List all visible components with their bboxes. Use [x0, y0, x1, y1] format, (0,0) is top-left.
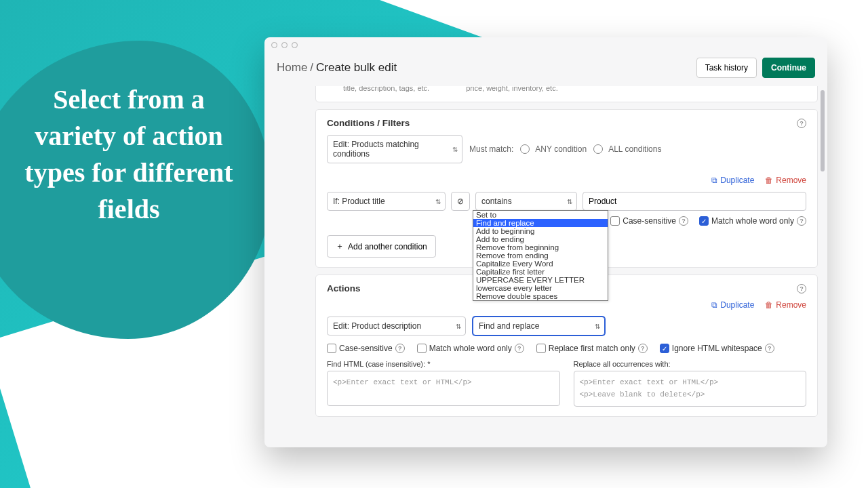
condition-field-select[interactable]: If: Product title⇅	[327, 192, 446, 211]
action-field-select[interactable]: Edit: Product description⇅	[327, 317, 466, 336]
help-icon[interactable]: ?	[395, 344, 405, 353]
radio-icon	[593, 144, 603, 154]
checkbox-icon: ✓	[660, 344, 669, 353]
whole-word-checkbox[interactable]: ✓ Match whole word only ?	[699, 216, 806, 226]
help-icon[interactable]: ?	[638, 344, 648, 353]
dropdown-option[interactable]: Add to beginning	[473, 227, 608, 235]
checkbox-icon	[610, 216, 620, 226]
duplicate-icon: ⧉	[711, 176, 717, 185]
traffic-min-icon[interactable]	[281, 42, 288, 48]
continue-button[interactable]: Continue	[762, 58, 815, 78]
type-option-variant[interactable]: Product variant price, weight, inventory…	[450, 86, 558, 92]
action-duplicate-button[interactable]: ⧉Duplicate	[711, 300, 754, 310]
chevron-icon: ⇅	[567, 198, 572, 205]
find-textarea[interactable]: <p>Enter exact text or HTML</p>	[327, 371, 560, 406]
any-condition-radio[interactable]: ANY condition	[520, 144, 587, 154]
checkbox-icon	[417, 344, 427, 353]
breadcrumb-home[interactable]: Home	[277, 61, 307, 74]
add-condition-button[interactable]: ＋ Add another condition	[327, 235, 436, 258]
chevron-icon: ⇅	[595, 323, 600, 330]
trash-icon: 🗑	[765, 176, 773, 185]
duplicate-icon: ⧉	[711, 300, 717, 310]
type-product-desc: title, description, tags, etc.	[343, 86, 429, 92]
dropdown-option[interactable]: Capitalize Every Word	[473, 260, 608, 268]
replace-label: Replace all occurrences with:	[574, 360, 807, 368]
action-case-sensitive-checkbox[interactable]: Case-sensitive ?	[327, 344, 405, 353]
replace-first-checkbox[interactable]: Replace first match only ?	[536, 344, 648, 353]
traffic-close-icon[interactable]	[271, 42, 277, 48]
prohibit-icon: ⊘	[457, 197, 464, 206]
window-titlebar	[264, 37, 827, 52]
case-sensitive-checkbox[interactable]: Case-sensitive ?	[610, 216, 688, 226]
dropdown-option[interactable]: Remove from beginning	[473, 243, 608, 251]
dropdown-option[interactable]: Capitalize first letter	[473, 268, 608, 276]
action-remove-button[interactable]: 🗑Remove	[765, 300, 806, 310]
plus-icon: ＋	[336, 241, 344, 252]
action-type-select[interactable]: Find and replace⇅	[473, 317, 605, 336]
action-type-dropdown[interactable]: Set toFind and replaceAdd to beginningAd…	[473, 210, 608, 302]
traffic-max-icon[interactable]	[292, 42, 298, 48]
all-conditions-radio[interactable]: ALL conditions	[593, 144, 661, 154]
condition-duplicate-button[interactable]: ⧉Duplicate	[711, 176, 754, 185]
page-header: Home/Create bulk edit Task history Conti…	[264, 52, 827, 86]
edit-scope-select[interactable]: Edit: Products matching conditions⇅	[327, 135, 462, 163]
radio-icon	[520, 144, 530, 154]
dropdown-option[interactable]: UPPERCASE EVERY LETTER	[473, 276, 608, 284]
condition-operator-select[interactable]: contains⇅	[475, 192, 577, 211]
chevron-icon: ⇅	[456, 323, 461, 330]
dropdown-option[interactable]: Add to ending	[473, 235, 608, 243]
type-panel: Product title, description, tags, etc. P…	[315, 86, 818, 102]
help-icon[interactable]: ?	[797, 119, 806, 128]
marketing-headline: Select from a variety of action types fo…	[20, 81, 237, 228]
help-icon[interactable]: ?	[797, 216, 806, 226]
breadcrumb-current: Create bulk edit	[316, 61, 397, 74]
dropdown-option[interactable]: Set to	[473, 211, 608, 219]
conditions-title: Conditions / Filters	[327, 118, 410, 128]
type-variant-desc: price, weight, inventory, etc.	[466, 86, 558, 92]
replace-textarea[interactable]: <p>Enter exact text or HTML</p> <p>Leave…	[574, 371, 807, 407]
help-icon[interactable]: ?	[679, 216, 688, 226]
dropdown-option[interactable]: Remove double spaces	[473, 292, 608, 300]
scrollbar[interactable]	[821, 90, 825, 171]
checkbox-icon: ✓	[699, 216, 709, 226]
app-window: Home/Create bulk edit Task history Conti…	[264, 37, 827, 447]
condition-value-input[interactable]	[583, 192, 806, 211]
chevron-icon: ⇅	[452, 146, 458, 153]
checkbox-icon	[536, 344, 546, 353]
help-icon[interactable]: ?	[797, 284, 806, 293]
breadcrumb: Home/Create bulk edit	[277, 61, 397, 75]
dropdown-option[interactable]: Remove from ending	[473, 251, 608, 260]
type-option-product[interactable]: Product title, description, tags, etc.	[327, 86, 429, 92]
condition-remove-button[interactable]: 🗑Remove	[765, 176, 806, 185]
must-match-label: Must match:	[469, 144, 513, 154]
chevron-icon: ⇅	[435, 198, 441, 205]
actions-panel: Actions ? ⧉Duplicate 🗑Remove Edit: Produ…	[315, 274, 818, 417]
checkbox-icon	[327, 344, 336, 353]
ignore-html-checkbox[interactable]: ✓ Ignore HTML whitespace ?	[660, 344, 774, 353]
find-label: Find HTML (case insensitive): *	[327, 360, 560, 368]
help-icon[interactable]: ?	[765, 344, 774, 353]
dropdown-option[interactable]: Find and replace	[473, 219, 608, 227]
actions-title: Actions	[327, 283, 361, 293]
help-icon[interactable]: ?	[515, 344, 524, 353]
trash-icon: 🗑	[765, 300, 773, 310]
dropdown-option[interactable]: lowercase every letter	[473, 284, 608, 292]
not-toggle-button[interactable]: ⊘	[451, 192, 470, 211]
task-history-button[interactable]: Task history	[696, 58, 757, 78]
action-whole-word-checkbox[interactable]: Match whole word only ?	[417, 344, 524, 353]
